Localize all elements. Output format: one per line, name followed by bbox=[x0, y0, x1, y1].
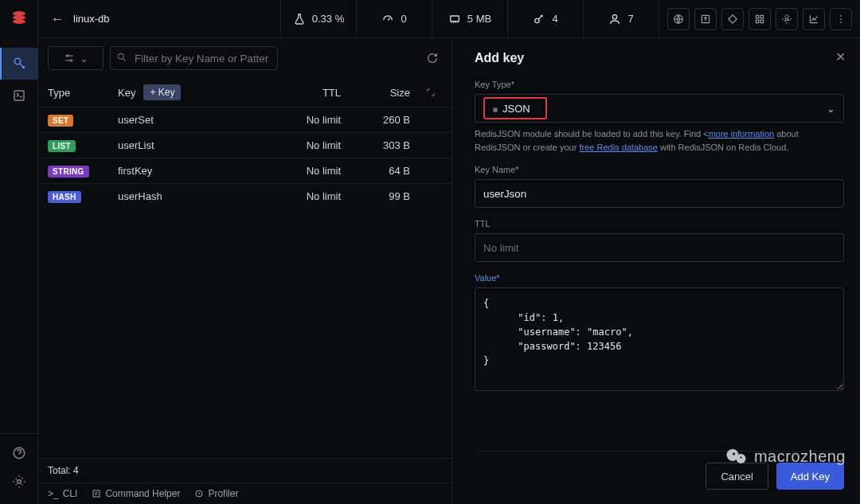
nav-help[interactable] bbox=[0, 439, 38, 467]
tool-grid-icon[interactable] bbox=[749, 8, 771, 30]
svg-rect-15 bbox=[760, 20, 764, 23]
stat-memory: 5 MB bbox=[432, 0, 508, 37]
key-browser-panel: ⌄ Type Key + K bbox=[38, 38, 452, 504]
main-area: ← linux-db 0.33 % 0 bbox=[38, 0, 860, 504]
col-ttl: TTL bbox=[253, 87, 341, 99]
cancel-button[interactable]: Cancel bbox=[706, 463, 768, 490]
cli-button[interactable]: >_ CLI bbox=[48, 488, 77, 499]
svg-point-6 bbox=[18, 480, 22, 484]
svg-rect-13 bbox=[760, 15, 764, 18]
type-badge: STRING bbox=[48, 166, 89, 178]
ttl-label: TTL bbox=[475, 219, 844, 229]
nav-workbench[interactable] bbox=[0, 80, 38, 111]
add-key-panel: ✕ Add key Key Type* JSON ⌄ RedisJSON mod… bbox=[452, 38, 860, 504]
command-bar: >_ CLI Command Helper Profiler bbox=[38, 483, 452, 504]
top-bar: ← linux-db 0.33 % 0 bbox=[38, 0, 860, 38]
svg-point-8 bbox=[535, 18, 539, 22]
redis-logo-icon bbox=[8, 6, 30, 29]
table-row[interactable]: STRINGfirstKeyNo limit64 B bbox=[38, 158, 452, 183]
svg-point-17 bbox=[840, 15, 842, 17]
db-name: linux-db bbox=[73, 13, 110, 25]
submit-button[interactable]: Add Key bbox=[776, 463, 844, 490]
stat-cpu: 0.33 % bbox=[281, 0, 357, 37]
refresh-icon[interactable] bbox=[423, 52, 442, 64]
panel-title: Add key bbox=[475, 51, 844, 65]
free-db-link[interactable]: free Redis database bbox=[579, 143, 657, 152]
svg-rect-7 bbox=[450, 16, 459, 21]
table-header: Type Key + Key TTL Size bbox=[38, 78, 452, 107]
tool-upload-icon[interactable] bbox=[694, 8, 717, 30]
svg-point-19 bbox=[840, 21, 842, 23]
back-arrow-icon[interactable]: ← bbox=[51, 12, 64, 26]
col-key: Key bbox=[118, 87, 135, 99]
ttl-cell: No limit bbox=[253, 190, 341, 202]
svg-rect-23 bbox=[93, 490, 100, 497]
command-helper-button[interactable]: Command Helper bbox=[92, 488, 180, 499]
svg-rect-14 bbox=[756, 20, 759, 23]
key-type-label: Key Type* bbox=[475, 80, 844, 89]
filter-type-dropdown[interactable]: ⌄ bbox=[48, 46, 104, 70]
size-cell: 260 B bbox=[341, 114, 426, 126]
left-sidebar bbox=[0, 0, 38, 504]
stat-network: 0 bbox=[357, 0, 432, 37]
ttl-cell: No limit bbox=[253, 139, 341, 151]
key-name-cell: firstKey bbox=[118, 165, 253, 177]
key-type-info: RedisJSON module should be loaded to add… bbox=[475, 127, 844, 154]
size-cell: 64 B bbox=[341, 165, 426, 177]
svg-point-16 bbox=[785, 18, 788, 21]
chevron-down-icon: ⌄ bbox=[827, 103, 835, 115]
svg-point-9 bbox=[613, 14, 617, 18]
tool-more-icon[interactable] bbox=[830, 8, 852, 30]
toolbar-icons bbox=[659, 0, 860, 37]
user-icon bbox=[608, 13, 621, 25]
svg-point-20 bbox=[66, 55, 68, 57]
value-label: Value* bbox=[475, 273, 844, 283]
key-name-cell: userHash bbox=[118, 190, 253, 202]
ttl-cell: No limit bbox=[253, 165, 341, 177]
tool-chart-icon[interactable] bbox=[803, 8, 825, 30]
more-info-link[interactable]: more information bbox=[709, 129, 775, 139]
profiler-button[interactable]: Profiler bbox=[194, 488, 238, 499]
table-row[interactable]: SETuserSetNo limit260 B bbox=[38, 107, 452, 132]
flask-icon bbox=[293, 13, 306, 25]
type-badge: SET bbox=[48, 115, 73, 127]
chevron-down-icon: ⌄ bbox=[80, 53, 88, 64]
key-name-cell: userList bbox=[118, 139, 253, 151]
key-name-label: Key Name* bbox=[475, 165, 844, 174]
key-type-select[interactable]: JSON ⌄ bbox=[475, 94, 844, 123]
table-row[interactable]: HASHuserHashNo limit99 B bbox=[38, 183, 452, 209]
ttl-input[interactable] bbox=[475, 233, 844, 262]
gauge-icon bbox=[381, 13, 394, 25]
total-count: Total: 4 bbox=[38, 458, 452, 483]
key-icon bbox=[533, 13, 545, 25]
type-badge: HASH bbox=[48, 191, 81, 203]
table-row[interactable]: LISTuserListNo limit303 B bbox=[38, 132, 452, 158]
nav-settings[interactable] bbox=[0, 467, 38, 496]
type-badge: LIST bbox=[48, 140, 76, 152]
stat-users: 7 bbox=[584, 0, 659, 37]
nav-key-browser[interactable] bbox=[0, 48, 38, 80]
tool-diamond-icon[interactable] bbox=[721, 8, 744, 30]
key-name-input[interactable] bbox=[475, 179, 844, 208]
filter-input[interactable] bbox=[110, 46, 278, 70]
svg-point-3 bbox=[14, 58, 21, 64]
key-name-cell: userSet bbox=[118, 114, 253, 126]
svg-point-18 bbox=[840, 18, 842, 20]
size-cell: 99 B bbox=[341, 190, 426, 202]
tool-globe-icon[interactable] bbox=[667, 8, 690, 30]
expand-icon[interactable] bbox=[426, 88, 442, 97]
svg-point-21 bbox=[70, 60, 72, 61]
value-textarea[interactable] bbox=[475, 287, 844, 391]
svg-rect-12 bbox=[756, 15, 759, 18]
size-cell: 303 B bbox=[341, 139, 426, 151]
tool-gear-icon[interactable] bbox=[776, 8, 798, 30]
col-size: Size bbox=[341, 87, 426, 99]
svg-rect-4 bbox=[14, 91, 24, 100]
col-type: Type bbox=[48, 87, 118, 99]
add-key-button[interactable]: + Key bbox=[143, 84, 181, 100]
memory-icon bbox=[448, 13, 461, 25]
close-icon[interactable]: ✕ bbox=[835, 49, 846, 64]
svg-point-2 bbox=[13, 19, 25, 24]
ttl-cell: No limit bbox=[253, 114, 341, 126]
stat-keys: 4 bbox=[508, 0, 584, 37]
